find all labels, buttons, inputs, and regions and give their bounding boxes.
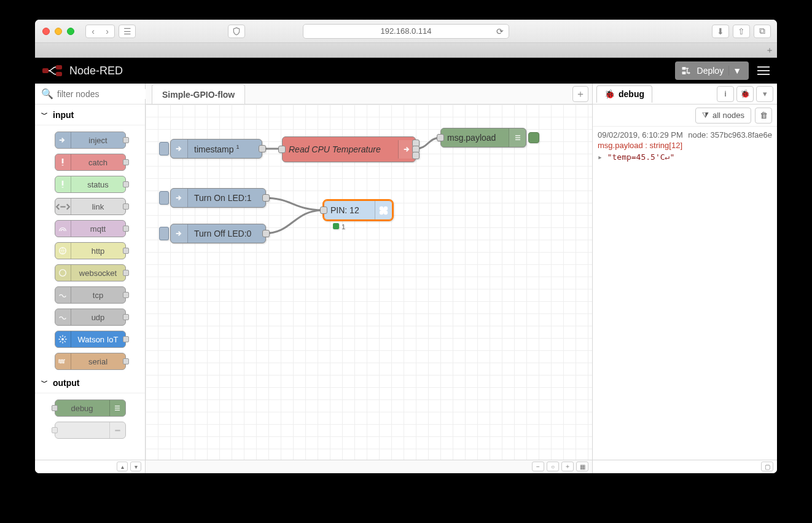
palette-collapse-in-button[interactable]: ▴ — [117, 462, 128, 471]
palette-collapse-out-button[interactable]: ▾ — [130, 462, 141, 471]
flow-node-inject-led-off[interactable]: Turn Off LED:0 — [170, 224, 266, 243]
port-icon — [123, 137, 129, 143]
link-icon — [109, 422, 125, 438]
output-port[interactable] — [412, 152, 420, 159]
palette-node-http[interactable]: http — [55, 242, 126, 259]
status-dot — [333, 223, 339, 229]
flow-node-debug[interactable]: msg.payload — [440, 128, 526, 147]
sidebar-footer: ▢ — [593, 460, 777, 473]
palette-node-inject[interactable]: inject — [55, 132, 126, 149]
category-output[interactable]: ﹀ output — [35, 372, 145, 393]
downloads-button[interactable]: ⬇ — [712, 25, 729, 38]
inject-button[interactable] — [159, 227, 169, 240]
svg-point-18 — [381, 208, 386, 213]
input-port[interactable] — [437, 134, 444, 141]
port-icon — [123, 226, 129, 232]
port-icon — [52, 405, 58, 411]
palette-node-watson[interactable]: Watson IoT — [55, 331, 126, 348]
sidebar-more-button[interactable]: ▾ — [756, 86, 773, 102]
palette-node-link-out[interactable] — [55, 422, 126, 439]
palette-node-tcp[interactable]: tcp — [55, 286, 126, 304]
zoom-window-button[interactable] — [67, 28, 74, 35]
port-icon — [123, 336, 129, 342]
category-input[interactable]: ﹀ input — [35, 104, 145, 125]
palette-node-status[interactable]: status — [55, 176, 126, 193]
debug-toolbar: ⧩ all nodes 🗑 — [593, 104, 777, 127]
zoom-out-button[interactable]: − — [532, 462, 544, 471]
tabs-button[interactable]: ⧉ — [754, 25, 771, 38]
sidebar-debug-button[interactable]: 🐞 — [736, 86, 754, 102]
svg-point-6 — [60, 270, 66, 277]
output-port[interactable] — [262, 194, 270, 202]
input-port[interactable] — [320, 206, 327, 214]
svg-rect-0 — [42, 68, 49, 73]
debug-toggle-button[interactable] — [528, 132, 539, 143]
palette-node-websocket[interactable]: websocket — [55, 264, 126, 281]
debug-msg-payload[interactable]: "temp=45.5'C↵" — [598, 152, 772, 162]
debug-msg-time: 09/02/2019, 6:10:29 PM — [598, 130, 683, 140]
link-icon — [55, 199, 71, 214]
palette-node-udp[interactable]: udp — [55, 309, 126, 326]
input-port[interactable] — [278, 146, 286, 153]
palette-node-catch[interactable]: catch — [55, 154, 126, 171]
inject-button[interactable] — [159, 142, 169, 155]
node-red-logo — [42, 65, 64, 76]
palette-node-link[interactable]: link — [55, 198, 126, 215]
alert-icon — [55, 154, 71, 170]
share-button[interactable]: ⇧ — [733, 25, 750, 38]
flow-node-exec-cpu-temp[interactable]: Read CPU Temperature — [282, 136, 416, 162]
deploy-dropdown[interactable]: ▼ — [728, 66, 745, 76]
port-icon — [123, 203, 129, 210]
url-text: 192.168.0.114 — [380, 26, 431, 36]
nav-back-forward[interactable]: ‹› — [85, 25, 115, 38]
globe-icon — [55, 243, 71, 259]
sidebar-popout-button[interactable]: ▢ — [761, 462, 773, 471]
sidebar-toggle-button[interactable]: ☰ — [119, 25, 136, 38]
flow-node-inject-timestamp[interactable]: timestamp 1 — [170, 139, 262, 159]
serial-icon — [55, 353, 71, 369]
minimize-window-button[interactable] — [55, 28, 62, 35]
arrow-in-icon — [171, 140, 188, 158]
sidebar-info-button[interactable]: i — [717, 86, 734, 102]
debug-filter-button[interactable]: ⧩ all nodes — [695, 108, 751, 124]
debug-messages[interactable]: 09/02/2019, 6:10:29 PM node: 357bc963.8f… — [593, 127, 777, 460]
port-icon — [123, 270, 129, 276]
flow-canvas[interactable]: timestamp 1 Read CPU Temperature — [146, 104, 592, 460]
flow-node-inject-led-on[interactable]: Turn On LED:1 — [170, 188, 266, 208]
deploy-button[interactable]: Deploy ▼ — [675, 61, 749, 80]
add-flow-button[interactable]: ＋ — [572, 86, 588, 102]
palette-node-mqtt[interactable]: mqtt — [55, 220, 126, 237]
palette-search[interactable]: 🔍 — [35, 84, 145, 104]
output-port[interactable] — [262, 230, 270, 237]
svg-rect-9 — [115, 407, 120, 408]
navigator-button[interactable]: ▦ — [576, 462, 588, 471]
inject-button[interactable] — [159, 191, 169, 205]
debug-icon — [109, 400, 125, 416]
url-bar[interactable]: 192.168.0.114 ⟳ — [303, 24, 509, 39]
output-port[interactable] — [259, 145, 266, 152]
port-icon — [123, 159, 129, 165]
svg-rect-13 — [515, 140, 520, 140]
browser-window: ‹› ☰ 192.168.0.114 ⟳ ⬇ ⇧ ⧉ ＋ Node-RED — [35, 20, 777, 473]
zoom-in-button[interactable]: ＋ — [561, 462, 574, 471]
reload-icon[interactable]: ⟳ — [496, 26, 504, 36]
tab-debug[interactable]: 🐞 debug — [596, 85, 652, 103]
svg-rect-4 — [682, 72, 685, 75]
new-tab-button[interactable]: ＋ — [762, 43, 777, 58]
privacy-shield-button[interactable] — [228, 25, 245, 38]
debug-message[interactable]: 09/02/2019, 6:10:29 PM node: 357bc963.8f… — [598, 130, 772, 162]
palette-node-debug[interactable]: debug — [55, 399, 126, 417]
palette: 🔍 ﹀ input inject — [35, 84, 146, 473]
palette-node-serial[interactable]: serial — [55, 353, 126, 370]
debug-clear-button[interactable]: 🗑 — [755, 108, 772, 124]
close-window-button[interactable] — [42, 28, 50, 35]
port-icon — [123, 314, 129, 320]
workspace-footer: − ○ ＋ ▦ — [146, 460, 592, 473]
zoom-reset-button[interactable]: ○ — [547, 462, 559, 471]
flow-tab[interactable]: Simple-GPIO-flow — [152, 84, 245, 104]
flow-node-rpi-gpio[interactable]: PIN: 12 1 — [324, 200, 392, 220]
main-menu-button[interactable] — [757, 66, 770, 75]
svg-rect-3 — [682, 67, 685, 70]
chevron-down-icon: ﹀ — [41, 110, 48, 119]
bug-icon: 🐞 — [604, 89, 615, 99]
